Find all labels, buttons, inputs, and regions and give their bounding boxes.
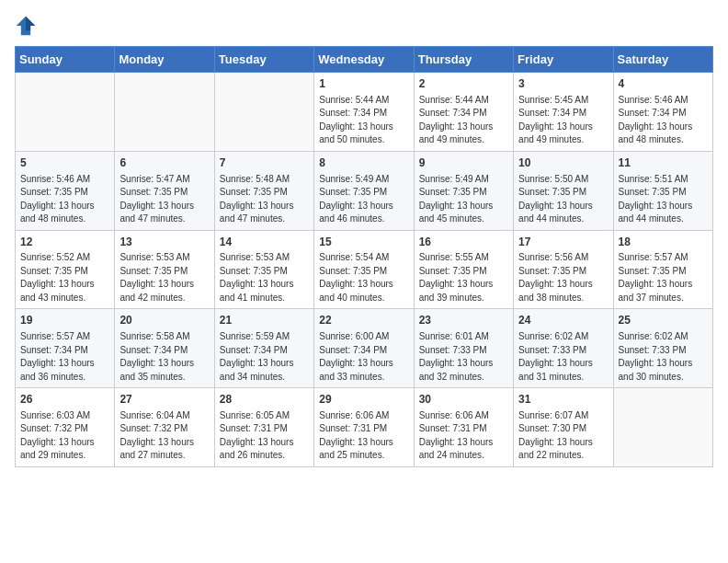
day-info: Sunrise: 6:04 AM Sunset: 7:32 PM Dayligh… (119, 409, 209, 463)
calendar-cell: 18Sunrise: 5:57 AM Sunset: 7:35 PM Dayli… (613, 230, 712, 309)
day-info: Sunrise: 5:58 AM Sunset: 7:34 PM Dayligh… (119, 330, 209, 384)
day-info: Sunrise: 6:06 AM Sunset: 7:31 PM Dayligh… (319, 409, 408, 463)
dow-saturday: Saturday (613, 47, 712, 73)
dow-tuesday: Tuesday (214, 47, 313, 73)
day-number: 21 (220, 313, 309, 328)
calendar: SundayMondayTuesdayWednesdayThursdayFrid… (15, 46, 713, 467)
calendar-cell (16, 73, 115, 152)
calendar-cell: 31Sunrise: 6:07 AM Sunset: 7:30 PM Dayli… (514, 388, 613, 467)
day-number: 17 (518, 235, 608, 250)
day-info: Sunrise: 6:02 AM Sunset: 7:33 PM Dayligh… (619, 330, 708, 384)
calendar-body: 1Sunrise: 5:44 AM Sunset: 7:34 PM Daylig… (16, 73, 713, 467)
day-number: 11 (619, 155, 708, 171)
day-info: Sunrise: 5:52 AM Sunset: 7:35 PM Dayligh… (20, 251, 109, 304)
week-row-3: 19Sunrise: 5:57 AM Sunset: 7:34 PM Dayli… (16, 309, 713, 388)
calendar-cell: 1Sunrise: 5:44 AM Sunset: 7:34 PM Daylig… (314, 73, 414, 152)
calendar-cell: 5Sunrise: 5:46 AM Sunset: 7:35 PM Daylig… (16, 151, 115, 230)
day-info: Sunrise: 5:44 AM Sunset: 7:34 PM Dayligh… (419, 94, 508, 147)
calendar-cell: 9Sunrise: 5:49 AM Sunset: 7:35 PM Daylig… (414, 151, 513, 230)
day-number: 25 (619, 313, 708, 328)
day-number: 5 (20, 155, 109, 171)
day-number: 28 (220, 392, 309, 408)
day-info: Sunrise: 5:46 AM Sunset: 7:34 PM Dayligh… (619, 94, 708, 147)
day-number: 30 (419, 392, 508, 408)
calendar-cell: 28Sunrise: 6:05 AM Sunset: 7:31 PM Dayli… (214, 388, 313, 467)
day-number: 24 (518, 313, 608, 328)
calendar-cell: 20Sunrise: 5:58 AM Sunset: 7:34 PM Dayli… (115, 309, 214, 388)
day-number: 8 (319, 155, 408, 171)
day-number: 22 (319, 313, 408, 328)
day-number: 9 (419, 155, 508, 171)
day-number: 12 (20, 235, 109, 250)
calendar-cell: 8Sunrise: 5:49 AM Sunset: 7:35 PM Daylig… (314, 151, 414, 230)
calendar-cell: 4Sunrise: 5:46 AM Sunset: 7:34 PM Daylig… (613, 73, 712, 152)
day-info: Sunrise: 5:50 AM Sunset: 7:35 PM Dayligh… (518, 173, 608, 226)
svg-marker-1 (26, 17, 35, 30)
day-number: 10 (518, 155, 608, 171)
day-info: Sunrise: 5:57 AM Sunset: 7:34 PM Dayligh… (20, 330, 109, 384)
day-number: 14 (220, 235, 309, 250)
day-info: Sunrise: 6:03 AM Sunset: 7:32 PM Dayligh… (20, 409, 109, 463)
calendar-cell: 23Sunrise: 6:01 AM Sunset: 7:33 PM Dayli… (414, 309, 513, 388)
day-number: 31 (518, 392, 608, 408)
day-info: Sunrise: 5:49 AM Sunset: 7:35 PM Dayligh… (419, 173, 508, 226)
calendar-cell: 6Sunrise: 5:47 AM Sunset: 7:35 PM Daylig… (115, 151, 214, 230)
week-row-4: 26Sunrise: 6:03 AM Sunset: 7:32 PM Dayli… (16, 388, 713, 467)
day-info: Sunrise: 5:51 AM Sunset: 7:35 PM Dayligh… (619, 173, 708, 226)
day-info: Sunrise: 5:47 AM Sunset: 7:35 PM Dayligh… (119, 173, 209, 226)
day-number: 19 (20, 313, 109, 328)
day-number: 27 (119, 392, 209, 408)
calendar-cell: 27Sunrise: 6:04 AM Sunset: 7:32 PM Dayli… (115, 388, 214, 467)
page-header (15, 15, 713, 37)
day-info: Sunrise: 5:55 AM Sunset: 7:35 PM Dayligh… (419, 251, 508, 304)
day-info: Sunrise: 5:46 AM Sunset: 7:35 PM Dayligh… (20, 173, 109, 226)
calendar-cell (214, 73, 313, 152)
day-number: 16 (419, 235, 508, 250)
day-info: Sunrise: 5:53 AM Sunset: 7:35 PM Dayligh… (220, 251, 309, 304)
day-info: Sunrise: 5:57 AM Sunset: 7:35 PM Dayligh… (619, 251, 708, 304)
calendar-cell: 29Sunrise: 6:06 AM Sunset: 7:31 PM Dayli… (314, 388, 414, 467)
day-number: 1 (319, 76, 408, 92)
day-number: 4 (619, 76, 708, 92)
calendar-cell: 17Sunrise: 5:56 AM Sunset: 7:35 PM Dayli… (514, 230, 613, 309)
dow-thursday: Thursday (414, 47, 513, 73)
calendar-cell: 19Sunrise: 5:57 AM Sunset: 7:34 PM Dayli… (16, 309, 115, 388)
dow-friday: Friday (514, 47, 613, 73)
calendar-cell: 2Sunrise: 5:44 AM Sunset: 7:34 PM Daylig… (414, 73, 513, 152)
calendar-cell: 30Sunrise: 6:06 AM Sunset: 7:31 PM Dayli… (414, 388, 513, 467)
day-number: 23 (419, 313, 508, 328)
day-info: Sunrise: 5:59 AM Sunset: 7:34 PM Dayligh… (220, 330, 309, 384)
day-info: Sunrise: 5:45 AM Sunset: 7:34 PM Dayligh… (518, 94, 608, 147)
week-row-0: 1Sunrise: 5:44 AM Sunset: 7:34 PM Daylig… (16, 73, 713, 152)
day-info: Sunrise: 5:53 AM Sunset: 7:35 PM Dayligh… (119, 251, 209, 304)
day-info: Sunrise: 6:05 AM Sunset: 7:31 PM Dayligh… (220, 409, 309, 463)
week-row-1: 5Sunrise: 5:46 AM Sunset: 7:35 PM Daylig… (16, 151, 713, 230)
day-info: Sunrise: 5:49 AM Sunset: 7:35 PM Dayligh… (319, 173, 408, 226)
logo (15, 15, 40, 37)
calendar-cell (613, 388, 712, 467)
day-number: 20 (119, 313, 209, 328)
calendar-cell: 16Sunrise: 5:55 AM Sunset: 7:35 PM Dayli… (414, 230, 513, 309)
dow-monday: Monday (115, 47, 214, 73)
day-number: 26 (20, 392, 109, 408)
calendar-cell: 11Sunrise: 5:51 AM Sunset: 7:35 PM Dayli… (613, 151, 712, 230)
calendar-cell: 26Sunrise: 6:03 AM Sunset: 7:32 PM Dayli… (16, 388, 115, 467)
day-number: 18 (619, 235, 708, 250)
calendar-cell: 10Sunrise: 5:50 AM Sunset: 7:35 PM Dayli… (514, 151, 613, 230)
calendar-cell (115, 73, 214, 152)
day-number: 7 (220, 155, 309, 171)
day-info: Sunrise: 6:06 AM Sunset: 7:31 PM Dayligh… (419, 409, 508, 463)
calendar-cell: 21Sunrise: 5:59 AM Sunset: 7:34 PM Dayli… (214, 309, 313, 388)
day-info: Sunrise: 6:00 AM Sunset: 7:34 PM Dayligh… (319, 330, 408, 384)
calendar-cell: 7Sunrise: 5:48 AM Sunset: 7:35 PM Daylig… (214, 151, 313, 230)
day-info: Sunrise: 6:02 AM Sunset: 7:33 PM Dayligh… (518, 330, 608, 384)
week-row-2: 12Sunrise: 5:52 AM Sunset: 7:35 PM Dayli… (16, 230, 713, 309)
dow-sunday: Sunday (16, 47, 115, 73)
calendar-cell: 12Sunrise: 5:52 AM Sunset: 7:35 PM Dayli… (16, 230, 115, 309)
day-info: Sunrise: 5:56 AM Sunset: 7:35 PM Dayligh… (518, 251, 608, 304)
day-info: Sunrise: 5:54 AM Sunset: 7:35 PM Dayligh… (319, 251, 408, 304)
calendar-cell: 24Sunrise: 6:02 AM Sunset: 7:33 PM Dayli… (514, 309, 613, 388)
calendar-cell: 22Sunrise: 6:00 AM Sunset: 7:34 PM Dayli… (314, 309, 414, 388)
logo-icon (15, 15, 37, 37)
day-number: 15 (319, 235, 408, 250)
